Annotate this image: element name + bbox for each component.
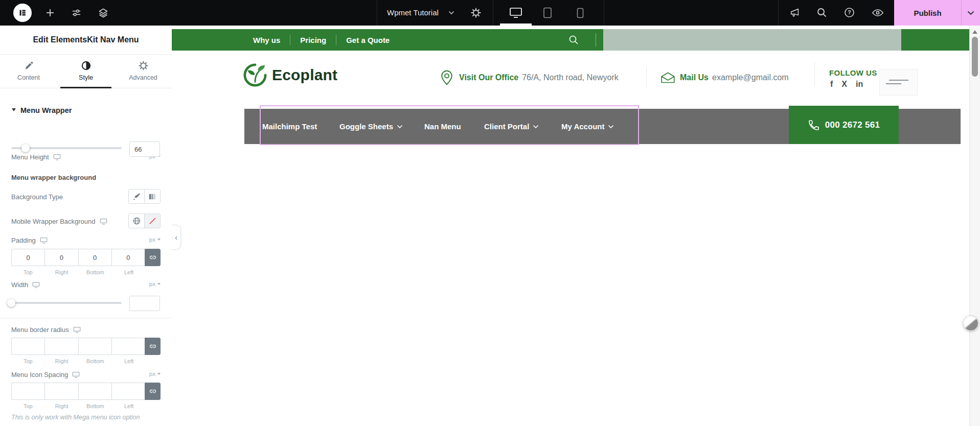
panel-collapse-button[interactable]: ‹ [172,225,181,250]
section-caret-icon [12,108,16,111]
site-settings-button[interactable] [72,8,81,18]
width-slider-handle[interactable] [7,299,15,307]
device-desktop-button[interactable] [509,7,522,18]
elementor-logo[interactable] [13,4,32,22]
padding-right-input[interactable] [44,249,78,266]
nav-item-mailchimp-test[interactable]: Mailchimp Test [262,109,317,144]
icon-spacing-label: Menu Icon Spacing [11,371,68,378]
office-info[interactable]: Visit Our Office 76/A, North road, Newyo… [459,73,619,82]
nav-item-goggle-sheets[interactable]: Goggle Sheets [339,109,403,144]
width-input[interactable] [129,296,160,311]
topbar-link-why-us[interactable]: Why us [243,36,290,44]
location-pin-icon [440,70,454,85]
structure-button[interactable] [98,8,108,18]
border-radius-bottom-input[interactable] [78,338,111,355]
padding-bottom-input[interactable] [78,249,111,266]
nav-item-client-portal[interactable]: Client Portal [484,109,539,144]
responsive-desktop-icon[interactable] [100,218,107,225]
border-radius-link-values-button[interactable] [145,338,161,355]
border-radius-top-input[interactable] [11,338,44,355]
topbar-sage-block [603,29,901,51]
border-radius-left-input[interactable] [111,338,145,355]
icon-spacing-link-values-button[interactable] [145,383,161,400]
topbar-link-get-a-quote[interactable]: Get a Quote [336,36,399,44]
topbar-thin-divider [596,33,596,46]
topbar-divider [778,0,779,26]
border-radius-right-input[interactable] [44,338,78,355]
device-tablet-button[interactable] [543,7,552,18]
site-topbar: Why us Pricing Get a Quote [172,29,969,51]
responsive-desktop-icon[interactable] [40,237,48,244]
preview-changes-button[interactable] [872,8,884,18]
site-logo[interactable]: Ecoplant [243,63,337,87]
mail-info[interactable]: Mail Us example@gmail.com [680,73,789,82]
phone-cta[interactable]: 000 2672 561 [789,106,899,144]
scrollbar-thumb[interactable] [972,37,978,77]
icon-spacing-dim-labels: Top Right Bottom Left [11,403,146,409]
nav-item-my-account[interactable]: My Account [561,109,614,144]
icon-spacing-unit-select[interactable]: px [149,371,161,377]
add-element-button[interactable] [45,8,55,17]
icon-spacing-left-input[interactable] [111,383,145,400]
section-menu-wrapper[interactable]: Menu Wrapper [12,106,72,114]
tab-advanced[interactable]: Advanced [115,54,172,88]
background-gradient-button[interactable] [144,190,160,203]
responsive-desktop-icon[interactable] [73,326,81,333]
menu-height-input[interactable] [129,141,160,157]
document-settings-button[interactable] [471,8,481,18]
scroll-up-arrow[interactable] [972,30,977,34]
section-handle[interactable] [879,69,918,96]
document-title[interactable]: Wpmet Tutorial [387,0,439,26]
padding-unit-select[interactable]: px [149,236,161,243]
floating-widget-button[interactable] [963,316,978,331]
facebook-icon[interactable]: f [830,80,833,89]
mobile-bg-none-button[interactable] [144,214,160,228]
icon-spacing-top-input[interactable] [11,383,44,400]
search-icon [816,7,827,18]
mobile-wrapper-bg-label: Mobile Wrapper Background [11,218,96,225]
background-type-label: Background Type [11,193,63,201]
document-title-caret[interactable] [448,11,454,15]
whats-new-button[interactable] [789,7,801,18]
finder-search-button[interactable] [816,7,827,18]
sliders-icon [72,8,81,18]
publish-button-label: Publish [894,0,961,26]
handle-line [889,80,908,81]
half-circle-icon [81,61,91,70]
linkedin-icon[interactable]: in [856,80,863,89]
tab-style[interactable]: Style [57,54,115,88]
responsive-desktop-icon[interactable] [53,154,61,160]
padding-top-input[interactable] [11,249,44,266]
publish-button[interactable]: Publish [894,0,980,26]
dim-right-label: Right [45,403,79,409]
icon-spacing-bottom-input[interactable] [78,383,111,400]
padding-link-values-button[interactable] [145,249,161,266]
nav-item-label: Nan Menu [424,122,461,131]
topbar-link-pricing[interactable]: Pricing [290,36,336,44]
mobile-bg-global-button[interactable] [129,214,144,228]
twitter-x-icon[interactable]: X [841,80,847,89]
publish-options-button[interactable] [962,0,980,26]
padding-label: Padding [11,236,36,244]
responsive-desktop-icon[interactable] [32,281,40,288]
responsive-desktop-icon[interactable] [72,371,80,378]
menu-height-slider-handle[interactable] [21,144,30,152]
background-classic-button[interactable] [129,190,144,203]
editor-top-bar: Wpmet Tutorial ? [0,0,980,26]
nav-item-nan-menu[interactable]: Nan Menu [424,109,461,144]
tab-content[interactable]: Content [0,54,57,88]
icon-spacing-right-input[interactable] [44,383,78,400]
widget-settings-panel: Edit ElementsKit Nav Menu Content Style … [0,26,172,426]
device-mobile-button[interactable] [577,8,584,18]
follow-us-label: FOLLOW US [829,68,877,77]
width-slider-track[interactable] [11,302,122,304]
preview-scrollbar[interactable] [969,26,980,426]
site-search-button[interactable] [568,34,579,45]
phone-number: 000 2672 561 [825,120,880,130]
icon-spacing-label-row: Menu Icon Spacing [11,371,80,378]
padding-left-input[interactable] [111,249,145,266]
dim-bottom-label: Bottom [79,403,112,409]
width-unit-select[interactable]: px [149,281,161,287]
help-button[interactable]: ? [844,7,855,18]
dim-left-label: Left [112,403,146,409]
